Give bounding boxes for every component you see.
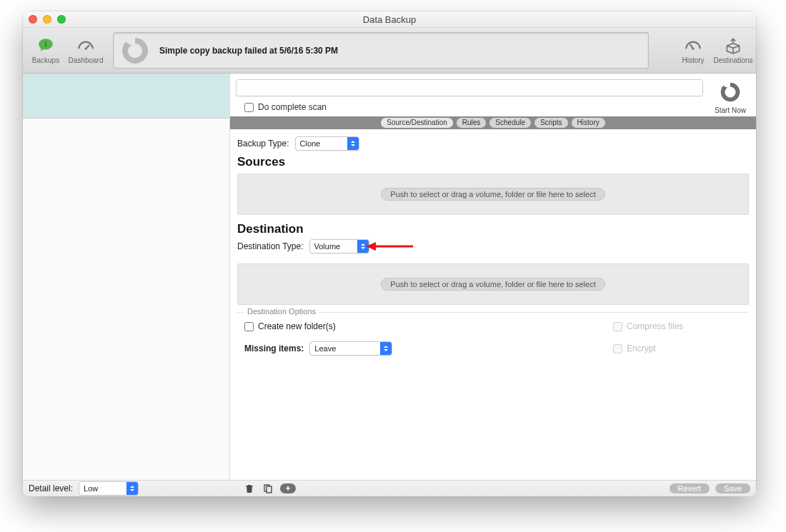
complete-scan-checkbox[interactable] — [244, 103, 254, 112]
tab-rules[interactable]: Rules — [457, 118, 487, 128]
speech-bubble-icon: i — [36, 36, 55, 55]
create-folders-option[interactable]: Create new folder(s) — [244, 321, 613, 331]
stepper-icon — [126, 482, 138, 495]
svg-line-5 — [690, 44, 693, 49]
save-button[interactable]: Save — [715, 483, 750, 493]
delete-button[interactable] — [243, 483, 256, 494]
create-folders-checkbox[interactable] — [244, 322, 254, 331]
tab-scripts[interactable]: Scripts — [534, 118, 568, 128]
svg-line-2 — [86, 45, 89, 49]
copy-icon — [263, 483, 273, 493]
backups-button[interactable]: i Backups — [27, 28, 64, 73]
destination-dropzone[interactable]: Push to select or drag a volume, folder … — [237, 264, 749, 305]
status-banner: Simple copy backup failed at 5/6/16 5:30… — [113, 32, 649, 69]
refresh-arrow-icon — [717, 79, 743, 105]
window-title: Data Backup — [23, 14, 756, 25]
gauge-icon — [76, 36, 95, 55]
create-folders-label: Create new folder(s) — [258, 321, 336, 331]
encrypt-checkbox — [613, 344, 622, 353]
destination-type-select[interactable]: Volume — [309, 239, 369, 254]
destinations-label: Destinations — [713, 56, 752, 64]
backups-label: Backups — [32, 56, 59, 64]
sources-select-button[interactable]: Push to select or drag a volume, folder … — [381, 188, 605, 201]
detail-level-select[interactable]: Low — [79, 481, 139, 496]
titlebar: Data Backup — [23, 11, 756, 28]
tab-bar: Source/Destination Rules Schedule Script… — [230, 116, 756, 129]
bottom-bar: Detail level: Low + Revert Save — [23, 480, 756, 496]
box-arrow-icon — [724, 36, 742, 55]
backup-name-input[interactable] — [237, 80, 711, 96]
dashboard-label: Dashboard — [69, 56, 104, 64]
stepper-icon — [357, 240, 369, 253]
annotation-arrow-icon — [364, 238, 414, 255]
sidebar — [23, 74, 230, 480]
compress-files-checkbox — [613, 322, 622, 331]
history-button[interactable]: History — [675, 28, 712, 73]
backup-name-field[interactable] — [236, 79, 703, 96]
stepper-icon — [347, 137, 359, 150]
encrypt-option: Encrypt — [613, 343, 742, 353]
destination-options-legend: Destination Options — [244, 307, 319, 316]
dashboard-button[interactable]: Dashboard — [67, 28, 104, 73]
status-message: Simple copy backup failed at 5/6/16 5:30… — [156, 46, 338, 56]
destinations-button[interactable]: Destinations — [715, 28, 752, 73]
revert-button[interactable]: Revert — [670, 483, 710, 493]
sources-dropzone[interactable]: Push to select or drag a volume, folder … — [237, 174, 749, 215]
svg-text:i: i — [45, 40, 47, 48]
detail-level-value: Low — [79, 484, 126, 493]
history-label: History — [682, 56, 704, 64]
compress-files-label: Compress files — [627, 321, 683, 331]
tab-schedule[interactable]: Schedule — [489, 118, 531, 128]
destination-heading: Destination — [237, 222, 749, 236]
content: Do complete scan Start Now Source/Destin… — [230, 74, 756, 480]
sources-heading: Sources — [237, 155, 749, 169]
svg-rect-10 — [267, 486, 272, 493]
tab-source-destination[interactable]: Source/Destination — [381, 118, 453, 128]
stepper-icon — [380, 342, 392, 355]
destination-options-group: Destination Options Create new folder(s)… — [237, 312, 749, 363]
missing-items-select[interactable]: Leave — [309, 341, 392, 356]
compress-files-option: Compress files — [613, 321, 742, 331]
complete-scan-label: Do complete scan — [258, 102, 327, 112]
duplicate-button[interactable] — [262, 483, 274, 494]
detail-level-label: Detail level: — [29, 483, 73, 493]
destination-type-value: Volume — [310, 242, 357, 251]
missing-items-label: Missing items: — [244, 343, 304, 353]
toolbar: i Backups Dashboard Simple copy backup f… — [23, 28, 756, 74]
backup-type-select[interactable]: Clone — [295, 136, 359, 151]
encrypt-label: Encrypt — [627, 343, 656, 353]
destination-select-button[interactable]: Push to select or drag a volume, folder … — [381, 278, 605, 291]
backup-type-label: Backup Type: — [237, 139, 289, 149]
gauge-icon — [684, 36, 702, 55]
start-now-label: Start Now — [715, 106, 746, 114]
start-now-button[interactable]: Start Now — [710, 79, 750, 114]
app-logo-icon — [114, 33, 156, 68]
add-button[interactable]: + — [280, 483, 296, 493]
missing-items-value: Leave — [310, 344, 380, 353]
tab-history[interactable]: History — [572, 118, 605, 128]
sidebar-selected-item[interactable] — [23, 74, 229, 119]
destination-type-label: Destination Type: — [237, 241, 304, 251]
trash-icon — [244, 483, 254, 493]
backup-type-value: Clone — [296, 139, 347, 148]
